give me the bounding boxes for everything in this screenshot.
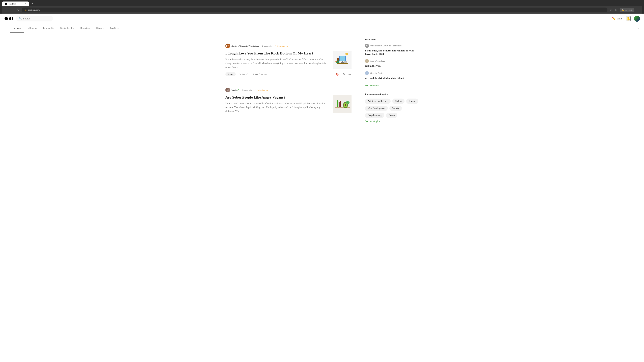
- article-meta-2: M Maria ✓ · 2 days ago · ✦ Member-only: [226, 88, 352, 92]
- tab-history[interactable]: History: [93, 24, 107, 32]
- article-meta: DW Daniel Williams in Wholistique · 2 da…: [226, 43, 352, 48]
- table-row: M Maria ✓ · 2 days ago · ✦ Member-only: [226, 82, 352, 119]
- article-time: 2 days ago: [262, 44, 272, 47]
- medium-logo[interactable]: [4, 16, 13, 21]
- nav-actions: ☆ ⊡ 🕵️ Incognito ⋮: [609, 8, 640, 12]
- search-input[interactable]: [23, 17, 50, 20]
- svg-text:=: =: [342, 103, 344, 106]
- topic-chip-webdev[interactable]: Web Development: [365, 106, 388, 111]
- save-button[interactable]: 🔖: [335, 72, 340, 77]
- svg-rect-16: [344, 61, 347, 63]
- article-title[interactable]: I Tough Love You From The Rock Bottom Of…: [226, 51, 330, 56]
- reload-button[interactable]: ↻: [16, 8, 20, 12]
- medium-app: 🔍 ✏️ Write 🔔 + For you Following Leaders…: [0, 13, 644, 362]
- forward-button[interactable]: →: [10, 8, 15, 12]
- tab-javascript[interactable]: JavaSc...: [107, 24, 122, 32]
- pick-title[interactable]: Birds, bugs, and beauty: The winners of …: [365, 49, 418, 56]
- pick-title-3[interactable]: Zen and the Art of Mountain Biking: [365, 76, 418, 80]
- tab-social-media[interactable]: Social Media: [57, 24, 77, 32]
- pick-title-2[interactable]: Get in the Van.: [365, 64, 418, 68]
- tab-title: Medium: [9, 2, 16, 5]
- tab-bar: Medium ✕ +: [2, 1, 642, 6]
- topic-chip-ai[interactable]: Artificial Intelligence: [365, 98, 390, 104]
- topic-chip-humor[interactable]: Humor: [406, 98, 418, 104]
- more-button[interactable]: ···: [348, 72, 352, 77]
- back-button[interactable]: ←: [4, 8, 9, 12]
- avatar[interactable]: DW: [226, 43, 230, 48]
- see-full-list-link[interactable]: See the full list: [365, 84, 379, 87]
- tab-for-you[interactable]: For you: [10, 24, 24, 32]
- pencil-icon: ✏️: [612, 17, 616, 20]
- svg-point-15: [345, 53, 348, 55]
- member-badge: ✦ Member-only: [275, 44, 289, 47]
- svg-rect-13: [336, 61, 337, 62]
- svg-point-25: [345, 104, 346, 106]
- tab-following[interactable]: Following: [24, 24, 40, 32]
- new-tab-button[interactable]: +: [30, 1, 35, 6]
- search-bar[interactable]: 🔍: [16, 16, 53, 21]
- footer-sep: ·: [250, 73, 250, 76]
- article-tag[interactable]: Humor: [226, 72, 236, 76]
- pub-section[interactable]: Down the Rabbit Hole: [383, 44, 402, 47]
- verified-icon: ✓: [237, 89, 239, 91]
- author-avatar-2[interactable]: [365, 71, 369, 75]
- author-initials: DW: [226, 45, 230, 47]
- see-more-topics-link[interactable]: See more topics: [365, 120, 380, 123]
- list-item: Joan Westenberg Get in the Van.: [365, 59, 418, 68]
- article-excerpt-2: How a small remark led to brutal self-re…: [226, 102, 330, 113]
- user-avatar[interactable]: [634, 15, 640, 22]
- active-tab[interactable]: Medium ✕: [2, 1, 29, 6]
- topic-chip-books[interactable]: Books: [386, 113, 398, 118]
- table-row: DW Daniel Williams in Wholistique · 2 da…: [226, 38, 352, 82]
- article-title-2[interactable]: Are Sober People Like Angry Vegans?: [226, 95, 330, 100]
- browser-nav: ← → ↻ 🔒 medium.com ☆ ⊡ 🕵️ Incognito ⋮: [2, 6, 642, 13]
- hide-button[interactable]: ⊖: [342, 72, 346, 77]
- tab-marketing[interactable]: Marketing: [77, 24, 93, 32]
- author-link[interactable]: Maria: [232, 89, 237, 91]
- pick-meta-3: Quentin Septer: [365, 71, 418, 75]
- bookmark-button[interactable]: ☆: [609, 8, 613, 12]
- topic-chip-deep-learning[interactable]: Deep Learning: [365, 113, 384, 118]
- article-body: I Tough Love You From The Rock Bottom Of…: [226, 51, 352, 69]
- member-label: Member-only: [278, 44, 289, 47]
- article-thumbnail-2[interactable]: =: [334, 95, 352, 113]
- publication-avatar[interactable]: W: [365, 44, 369, 48]
- article-content: I Tough Love You From The Rock Bottom Of…: [226, 51, 330, 69]
- author-link[interactable]: Daniel Williams: [232, 44, 246, 47]
- svg-rect-10: [341, 62, 344, 63]
- tab-leadership[interactable]: Leadership: [40, 24, 57, 32]
- notification-button[interactable]: 🔔: [626, 16, 630, 21]
- menu-button[interactable]: ⋮: [636, 8, 640, 12]
- recommended-topics-section: Recommended topics Artificial Intelligen…: [365, 93, 418, 123]
- article-feed: DW Daniel Williams in Wholistique · 2 da…: [226, 38, 352, 129]
- pick-author[interactable]: Joan Westenberg: [370, 60, 385, 62]
- tab-favicon: [5, 2, 8, 5]
- address-bar[interactable]: 🔒 medium.com: [22, 7, 608, 12]
- member-badge-2: ✦ Member-only: [255, 89, 269, 91]
- pub-initials: W: [366, 45, 368, 46]
- incognito-label: Incognito: [625, 9, 632, 11]
- svg-point-4: [12, 17, 13, 20]
- meta-separator: ·: [260, 44, 261, 47]
- author-initials: M: [227, 89, 228, 91]
- topic-chip-society[interactable]: Society: [390, 106, 402, 111]
- article-thumbnail[interactable]: [334, 51, 352, 69]
- svg-rect-8: [340, 56, 345, 61]
- topic-chip-coding[interactable]: Coding: [392, 98, 404, 104]
- pick-author-2[interactable]: Quentin Septer: [370, 72, 384, 74]
- publication-link[interactable]: Wholistique: [248, 44, 259, 47]
- selected-label: Selected for you: [252, 73, 267, 76]
- pick-meta-2: Joan Westenberg: [365, 59, 418, 63]
- pub-name[interactable]: Wikimedia: [370, 44, 380, 47]
- meta-separator-2: ·: [273, 44, 274, 47]
- url-text: medium.com: [28, 8, 40, 11]
- tab-close-button[interactable]: ✕: [24, 2, 26, 5]
- avatar[interactable]: M: [226, 88, 230, 92]
- svg-rect-21: [340, 102, 341, 107]
- tabs-chevron-right[interactable]: ›: [636, 24, 640, 32]
- author-avatar[interactable]: [365, 59, 369, 63]
- split-view-button[interactable]: ⊡: [614, 8, 618, 12]
- add-topic-button[interactable]: +: [4, 24, 10, 33]
- write-button[interactable]: ✏️ Write: [612, 17, 622, 20]
- lock-icon: 🔒: [24, 9, 27, 11]
